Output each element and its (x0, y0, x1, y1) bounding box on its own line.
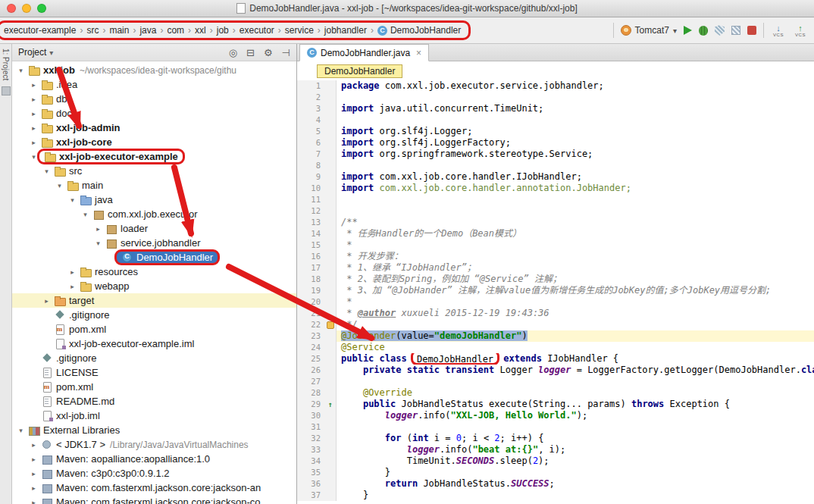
code-text[interactable]: * (337, 296, 814, 308)
gutter[interactable]: 1 (297, 80, 337, 92)
code-line[interactable]: 5import org.slf4j.Logger; (297, 126, 814, 137)
code-text[interactable]: package com.xxl.job.executor.service.job… (337, 80, 814, 92)
tree-item[interactable]: xxl-job-executor-example.iml (12, 337, 296, 351)
run-with-profiler-button[interactable] (731, 26, 740, 35)
editor-tab[interactable]: C DemoJobHandler.java × (299, 44, 429, 61)
tree-item[interactable]: ▸db (12, 92, 296, 106)
vcs-commit-button[interactable]: ↑ VCS (793, 23, 808, 37)
gutter[interactable]: 9 (297, 171, 337, 183)
tree-item[interactable]: ▸doc (12, 106, 296, 121)
gutter[interactable]: 4 (297, 114, 337, 126)
code-text[interactable]: * 2、装配到Spring，例如加 “@Service” 注解； (337, 274, 814, 285)
gutter[interactable]: 12 (297, 205, 337, 217)
code-line[interactable]: 15 * (297, 239, 814, 251)
code-line[interactable]: 27 (297, 376, 814, 387)
code-line[interactable]: 24@Service (297, 342, 814, 353)
code-text[interactable]: import org.springframework.stereotype.Se… (337, 149, 814, 160)
code-line[interactable]: 20 * (297, 296, 814, 308)
project-view-selector[interactable]: Project (18, 47, 46, 58)
code-text[interactable]: } (337, 467, 814, 478)
code-text[interactable]: @Override (337, 387, 814, 399)
code-line[interactable]: 32 for (int i = 0; i < 2; i++) { (297, 433, 814, 444)
gutter[interactable]: 6 (297, 137, 337, 149)
tree-item[interactable]: ▸Maven: com.fasterxml.jackson.core:jacks… (12, 495, 296, 504)
gutter[interactable]: 18 (297, 274, 337, 285)
tool-window-icon[interactable] (2, 86, 11, 95)
minimize-window-button[interactable] (22, 4, 31, 13)
chevron-right-icon[interactable]: ▸ (29, 484, 39, 492)
tree-item[interactable]: ▾src (12, 164, 296, 178)
code-text[interactable] (337, 114, 814, 126)
code-text[interactable]: TimeUnit.SECONDS.sleep(2); (337, 455, 814, 467)
code-line[interactable]: 34 TimeUnit.SECONDS.sleep(2); (297, 455, 814, 467)
gutter[interactable]: 27 (297, 376, 337, 387)
code-text[interactable]: return JobHandleStatus.SUCCESS; (337, 478, 814, 490)
gutter[interactable]: 20 (297, 296, 337, 308)
code-text[interactable] (337, 376, 814, 387)
code-line[interactable]: 11 (297, 194, 814, 205)
chevron-right-icon[interactable]: ▸ (29, 499, 39, 504)
chevron-down-icon[interactable]: ▾ (80, 211, 90, 218)
gutter[interactable]: 35 (297, 467, 337, 478)
gutter[interactable]: 26 (297, 365, 337, 376)
tree-item[interactable]: ▸xxl-job-core (12, 135, 296, 149)
code-line[interactable]: 2 (297, 92, 814, 103)
chevron-right-icon[interactable]: ▸ (29, 139, 39, 146)
tree-item[interactable]: .gitignore (12, 351, 296, 365)
gutter[interactable]: 32 (297, 433, 337, 444)
gutter[interactable]: 8 (297, 160, 337, 171)
gear-icon[interactable]: ⚙ (264, 47, 273, 58)
code-text[interactable]: for (int i = 0; i < 2; i++) { (337, 433, 814, 444)
gutter[interactable]: 19 (297, 285, 337, 296)
code-line[interactable]: 1package com.xxl.job.executor.service.jo… (297, 80, 814, 92)
code-text[interactable]: * @author xuxueli 2015-12-19 19:43:36 (337, 308, 814, 319)
code-text[interactable] (337, 92, 814, 103)
code-line[interactable]: 36 return JobHandleStatus.SUCCESS; (297, 478, 814, 490)
chevron-down-icon[interactable]: ▾ (42, 167, 52, 175)
code-line[interactable]: 31 (297, 421, 814, 433)
gutter[interactable]: 21 (297, 308, 337, 319)
code-line[interactable]: 7import org.springframework.stereotype.S… (297, 149, 814, 160)
editor-breadcrumb-item[interactable]: DemoJobHandler (317, 64, 402, 78)
tree-item[interactable]: ▸Maven: c3p0:c3p0:0.9.1.2 (12, 466, 296, 481)
gutter[interactable]: 23 (297, 330, 337, 342)
gutter[interactable]: 24 (297, 342, 337, 353)
tree-item[interactable]: ▸xxl-job-admin (12, 121, 296, 135)
gutter[interactable]: 5 (297, 126, 337, 137)
tree-item[interactable]: .gitignore (12, 308, 296, 322)
tree-item[interactable]: ▸< JDK1.7 >/Library/Java/JavaVirtualMach… (12, 437, 296, 452)
breadcrumb-item[interactable]: jobhandler (324, 25, 367, 36)
breadcrumb-item[interactable]: com (167, 25, 184, 36)
tree-item[interactable]: ▾xxl-job-executor-example (12, 149, 296, 164)
gutter[interactable]: 16 (297, 251, 337, 262)
code-text[interactable]: @JobHander(value="demoJobHandler") (337, 330, 814, 342)
chevron-down-icon[interactable]: ▾ (67, 196, 77, 204)
chevron-right-icon[interactable]: ▸ (29, 95, 39, 103)
breadcrumb-item[interactable]: service (285, 25, 314, 36)
code-text[interactable]: import com.xxl.job.core.handler.annotati… (337, 183, 814, 194)
tree-item[interactable]: ▸Maven: aopalliance:aopalliance:1.0 (12, 452, 296, 466)
gutter[interactable]: 29↑ (297, 399, 337, 410)
code-line[interactable]: 22 */ (297, 319, 814, 330)
gutter[interactable]: 11 (297, 194, 337, 205)
code-line[interactable]: 14 * 任务Handler的一个Demo（Bean模式） (297, 228, 814, 239)
code-text[interactable] (337, 421, 814, 433)
code-text[interactable] (337, 194, 814, 205)
code-line[interactable]: 19 * 3、加 “@JobHander” 注解，注解value值为新增任务生成… (297, 285, 814, 296)
code-line[interactable]: 21 * @author xuxueli 2015-12-19 19:43:36 (297, 308, 814, 319)
tree-item[interactable]: pom.xml (12, 322, 296, 337)
code-line[interactable]: 35 } (297, 467, 814, 478)
gutter[interactable]: 22 (297, 319, 337, 330)
chevron-right-icon[interactable]: ▸ (29, 441, 39, 449)
code-text[interactable]: */ (337, 319, 814, 330)
code-editor[interactable]: 1package com.xxl.job.executor.service.jo… (297, 80, 814, 504)
collapse-all-icon[interactable]: ⊟ (246, 47, 255, 58)
code-text[interactable]: import java.util.concurrent.TimeUnit; (337, 103, 814, 114)
breadcrumb-item[interactable]: CDemoJobHandler (377, 25, 461, 36)
code-text[interactable]: import org.slf4j.Logger; (337, 126, 814, 137)
code-text[interactable]: private static transient Logger logger =… (337, 365, 814, 376)
gutter[interactable]: 33 (297, 444, 337, 455)
tree-item[interactable]: xxl-job.iml (12, 409, 296, 423)
gutter[interactable]: 13 (297, 217, 337, 228)
gutter[interactable]: 14 (297, 228, 337, 239)
